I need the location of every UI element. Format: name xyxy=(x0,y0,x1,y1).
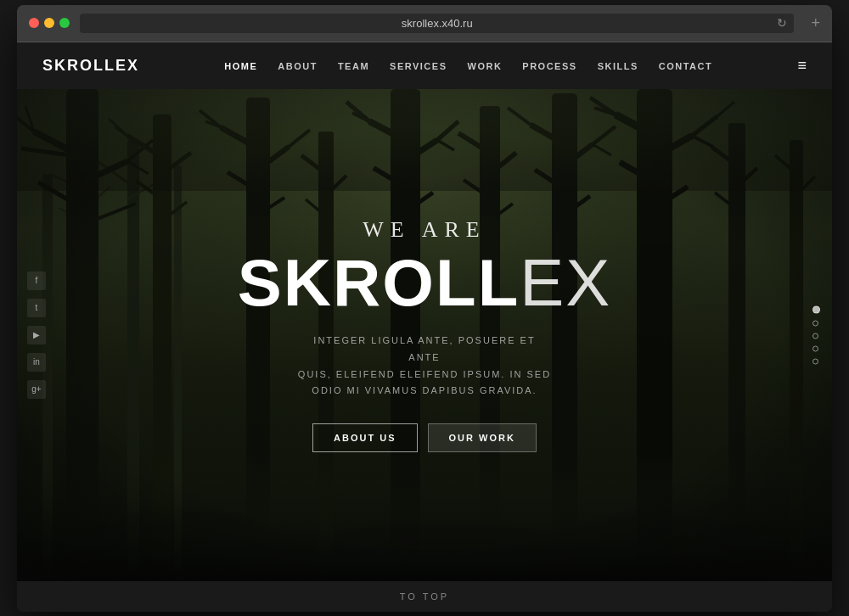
about-us-button[interactable]: ABOUT US xyxy=(312,423,417,452)
nav-item-skills[interactable]: SKILLS xyxy=(598,58,638,73)
sidebar-nav-dots xyxy=(812,305,820,364)
social-icon-youtube[interactable]: ▶ xyxy=(27,326,46,344)
nav-link-contact[interactable]: CONTACT xyxy=(659,61,712,71)
hamburger-icon[interactable]: ≡ xyxy=(797,57,807,75)
hero-title-thin: EX xyxy=(520,245,611,320)
nav-item-process[interactable]: PROCESS xyxy=(522,58,576,73)
refresh-icon[interactable]: ↻ xyxy=(777,16,787,30)
nav-item-home[interactable]: HOME xyxy=(224,58,257,73)
navbar-brand[interactable]: SKROLLEX xyxy=(42,57,139,75)
social-icon-gplus[interactable]: g+ xyxy=(27,380,46,399)
nav-item-about[interactable]: ABOUT xyxy=(278,58,318,73)
nav-link-process[interactable]: PROCESS xyxy=(522,61,576,71)
hero-desc-line1: INTEGER LIGULA ANTE, POSUERE ET ANTE xyxy=(313,335,535,362)
hero-description: INTEGER LIGULA ANTE, POSUERE ET ANTE QUI… xyxy=(297,333,552,400)
nav-dot-2[interactable] xyxy=(812,320,818,326)
hero-subtitle: WE ARE xyxy=(238,217,612,243)
footer-bar[interactable]: TO TOP xyxy=(17,581,832,612)
nav-link-about[interactable]: ABOUT xyxy=(278,61,318,71)
add-tab-button[interactable]: + xyxy=(811,14,820,32)
nav-link-work[interactable]: WORK xyxy=(468,61,503,71)
sidebar-social: f t ▶ in g+ xyxy=(27,272,46,399)
nav-link-skills[interactable]: SKILLS xyxy=(598,61,638,71)
our-work-button[interactable]: OUR WORK xyxy=(428,423,537,452)
url-bar[interactable]: skrollex.x40.ru ↻ xyxy=(80,14,794,33)
nav-link-home[interactable]: HOME xyxy=(224,61,257,71)
hero-title: SKROLLEX xyxy=(238,249,612,316)
nav-dot-4[interactable] xyxy=(812,345,818,351)
url-text: skrollex.x40.ru xyxy=(402,17,473,30)
hero-title-bold: SKROLL xyxy=(238,245,520,320)
browser-window: skrollex.x40.ru ↻ + SKROLLEX HOME ABOUT … xyxy=(17,5,832,612)
hero-content: WE ARE SKROLLEX INTEGER LIGULA ANTE, POS… xyxy=(238,217,612,452)
navbar-nav: HOME ABOUT TEAM SERVICES WORK PROCESS xyxy=(224,58,712,73)
navbar: SKROLLEX HOME ABOUT TEAM SERVICES WORK xyxy=(17,42,832,89)
hero-section: f t ▶ in g+ WE ARE SKROLLEX xyxy=(17,89,832,581)
nav-item-team[interactable]: TEAM xyxy=(338,58,369,73)
social-icon-instagram[interactable]: in xyxy=(27,353,46,372)
browser-titlebar: skrollex.x40.ru ↻ + xyxy=(17,5,832,42)
hero-desc-line2: QUIS, ELEIFEND ELEIFEND IPSUM. IN SED xyxy=(298,369,551,379)
browser-dots xyxy=(29,18,70,28)
social-icon-facebook[interactable]: f xyxy=(27,272,46,290)
social-icon-twitter[interactable]: t xyxy=(27,299,46,317)
nav-dot-3[interactable] xyxy=(812,333,818,339)
nav-item-contact[interactable]: CONTACT xyxy=(659,58,712,73)
dot-close[interactable] xyxy=(29,18,39,28)
nav-item-work[interactable]: WORK xyxy=(468,58,503,73)
hero-buttons: ABOUT US OUR WORK xyxy=(238,423,612,452)
website-container: SKROLLEX HOME ABOUT TEAM SERVICES WORK xyxy=(17,42,832,612)
dot-minimize[interactable] xyxy=(44,18,54,28)
hero-desc-line3: ODIO MI VIVAMUS DAPIBUS GRAVIDA. xyxy=(312,385,537,395)
nav-dot-1[interactable] xyxy=(812,305,820,313)
nav-link-services[interactable]: SERVICES xyxy=(390,61,447,71)
dot-maximize[interactable] xyxy=(59,18,70,28)
to-top-label: TO TOP xyxy=(400,591,449,602)
nav-item-services[interactable]: SERVICES xyxy=(390,58,447,73)
nav-dot-5[interactable] xyxy=(812,358,818,364)
nav-link-team[interactable]: TEAM xyxy=(338,61,369,71)
